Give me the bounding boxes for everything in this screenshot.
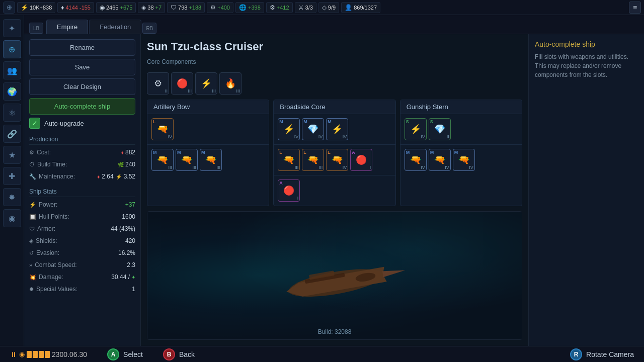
- bc-slot-5[interactable]: L 🔫 III: [302, 149, 324, 171]
- pause-icon[interactable]: ⏸: [10, 350, 17, 358]
- gs-slot-3-tier: IV: [421, 165, 425, 170]
- autocomplete-button[interactable]: Auto-complete ship: [29, 98, 135, 115]
- gs-slot-2-icon: 💎: [434, 124, 445, 135]
- cog-icon: ⚙: [270, 4, 275, 11]
- combat-speed-row: » Combat Speed: 2.3: [29, 260, 135, 269]
- bc-slot-2-tier: IV: [318, 134, 323, 139]
- auto-upgrade-row[interactable]: ✓ Auto-upgrade: [29, 118, 135, 129]
- gs-slot-4[interactable]: M 🔫 IV: [429, 149, 451, 171]
- maintenance-values: ♦ 2.64 ⚡ 3.52: [97, 173, 135, 180]
- sidebar-icon-circle[interactable]: ◉: [3, 209, 21, 227]
- ab-slot-4-badge: M: [201, 150, 205, 155]
- gs-slot-1[interactable]: S ⚡ IV: [405, 118, 427, 140]
- sidebar-icon-star[interactable]: ★: [3, 146, 21, 164]
- artillery-bow-header[interactable]: Artillery Bow: [147, 100, 269, 114]
- clear-design-button[interactable]: Clear Design: [29, 78, 135, 95]
- sidebar-icon-network[interactable]: 🔗: [3, 125, 21, 143]
- ab-slot-3-icon: 🔫: [181, 154, 192, 165]
- gs-slot-5[interactable]: M 🔫 IV: [453, 149, 475, 171]
- gs-slot-4-tier: IV: [445, 165, 449, 170]
- broadside-core-body-2: L 🔫 III L 🔫 III L 🔫 IV: [274, 144, 395, 175]
- core-slot-1[interactable]: ⚙ II: [147, 72, 169, 95]
- core-slot-2[interactable]: 🔴 III: [171, 72, 193, 95]
- auto-complete-title: Auto-complete ship: [535, 40, 638, 48]
- auto-upgrade-label: Auto-upgrade: [44, 120, 84, 127]
- speed-icon-1: ◉: [19, 350, 25, 358]
- shields-row: ◈ Shields: 420: [29, 236, 135, 245]
- shield-resource-icon: 🛡: [171, 4, 177, 11]
- core-slot-1-tier: II: [165, 88, 168, 94]
- menu-button[interactable]: ≡: [629, 2, 641, 14]
- ab-slot-2-tier: III: [168, 165, 172, 170]
- top-bar-412: ⚙ +412: [266, 2, 293, 13]
- bc-slot-5-badge: L: [303, 150, 306, 155]
- ab-slot-2[interactable]: M 🔫 III: [151, 149, 174, 171]
- tab-federation[interactable]: Federation: [89, 20, 141, 34]
- speed-bars: [27, 351, 50, 358]
- bc-slot-2[interactable]: M 💎 IV: [302, 118, 324, 140]
- b-button[interactable]: B: [163, 348, 175, 360]
- armor-label-el: 🛡 Armor:: [29, 225, 55, 232]
- bc-slot-4-icon: 🔫: [283, 154, 294, 165]
- armor-icon: 🛡: [29, 226, 35, 232]
- save-button[interactable]: Save: [29, 59, 135, 75]
- ab-slot-1[interactable]: L 🔫 IV: [151, 118, 174, 140]
- core-slot-4[interactable]: 🔥 III: [219, 72, 242, 95]
- r-button[interactable]: R: [570, 348, 582, 360]
- center-panel: Sun Tzu-class Cruiser Core Components ⚙ …: [141, 34, 528, 346]
- gs-slot-3[interactable]: M 🔫 IV: [405, 149, 427, 171]
- auto-upgrade-toggle[interactable]: ✓: [29, 118, 40, 129]
- tab-empire[interactable]: Empire: [46, 20, 88, 34]
- sidebar-icon-planet[interactable]: 🌍: [3, 82, 21, 101]
- core-slot-3[interactable]: ⚡ III: [195, 72, 217, 95]
- cost-label: ⚙ Cost:: [29, 149, 51, 156]
- sidebar-icon-ship[interactable]: ⊕: [3, 40, 21, 58]
- gunship-stern-header[interactable]: Gunship Stern: [400, 100, 522, 114]
- lb-button[interactable]: LB: [29, 23, 43, 34]
- right-panel: Auto-complete ship Fill slots with weapo…: [528, 34, 644, 346]
- a-button[interactable]: A: [107, 348, 119, 360]
- back-label: Back: [179, 350, 195, 358]
- maintenance-row: 🔧 Maintenance: ♦ 2.64 ⚡ 3.52: [29, 172, 135, 181]
- bc-slot-7[interactable]: A 🔴 I: [350, 149, 372, 171]
- top-bar-logo[interactable]: ⊕: [3, 2, 15, 14]
- ab-slot-3[interactable]: M 🔫 III: [176, 149, 198, 171]
- evasion-icon: ↺: [29, 250, 34, 256]
- broadside-core-header[interactable]: Broadside Core: [274, 100, 395, 114]
- back-action[interactable]: B Back: [163, 348, 195, 360]
- bc-slot-8[interactable]: A 🔴 I: [278, 179, 300, 202]
- bc-slot-4[interactable]: L 🔫 III: [278, 149, 300, 171]
- bc-slot-4-badge: L: [279, 150, 282, 155]
- core-slot-3-icon: ⚡: [201, 78, 212, 89]
- sword-icon: ⚔: [298, 4, 304, 11]
- combat-speed-value: 2.3: [127, 261, 135, 268]
- ab-slot-1-tier: IV: [168, 134, 172, 139]
- hull-icon: 🔲: [29, 214, 36, 220]
- bc-slot-6[interactable]: L 🔫 IV: [326, 149, 348, 171]
- gs-slot-2[interactable]: S 💎 II: [429, 118, 451, 140]
- gs-slot-5-tier: IV: [469, 165, 473, 170]
- power-icon: ⚡: [29, 202, 36, 208]
- rename-button[interactable]: Rename: [29, 39, 135, 56]
- bc-slot-3[interactable]: M ⚡ IV: [326, 118, 348, 140]
- speed-bar-2: [33, 351, 38, 358]
- top-bar: ⊕ ⚡ 10K+838 ♦ 4144 -155 ◉ 2465 +675 ◈ 38…: [0, 0, 644, 15]
- ab-slot-3-badge: M: [177, 150, 181, 155]
- maint-diamond-icon: ♦: [97, 174, 100, 179]
- rb-button[interactable]: RB: [142, 23, 156, 34]
- sidebar-icon-asterisk[interactable]: ✸: [3, 188, 21, 206]
- sidebar-icon-cross[interactable]: ✚: [3, 167, 21, 185]
- bc-slot-3-tier: IV: [343, 134, 347, 139]
- special-row: ✸ Special Values: 1: [29, 285, 135, 294]
- hull-value: 1600: [122, 213, 135, 220]
- bc-slot-1[interactable]: M ⚡ IV: [278, 118, 300, 140]
- select-action[interactable]: A Select: [107, 348, 143, 360]
- bc-slot-7-tier: I: [370, 165, 371, 170]
- speed-bar-4: [45, 351, 50, 358]
- rotate-action[interactable]: R Rotate Camera: [570, 348, 634, 360]
- sidebar-icon-people[interactable]: 👥: [3, 61, 21, 79]
- ab-slot-4[interactable]: M 🔫 III: [200, 149, 222, 171]
- ship-title: Sun Tzu-class Cruiser: [147, 40, 522, 53]
- sidebar-icon-atom[interactable]: ⚛: [3, 104, 21, 122]
- sidebar-icon-compass[interactable]: ✦: [3, 19, 21, 37]
